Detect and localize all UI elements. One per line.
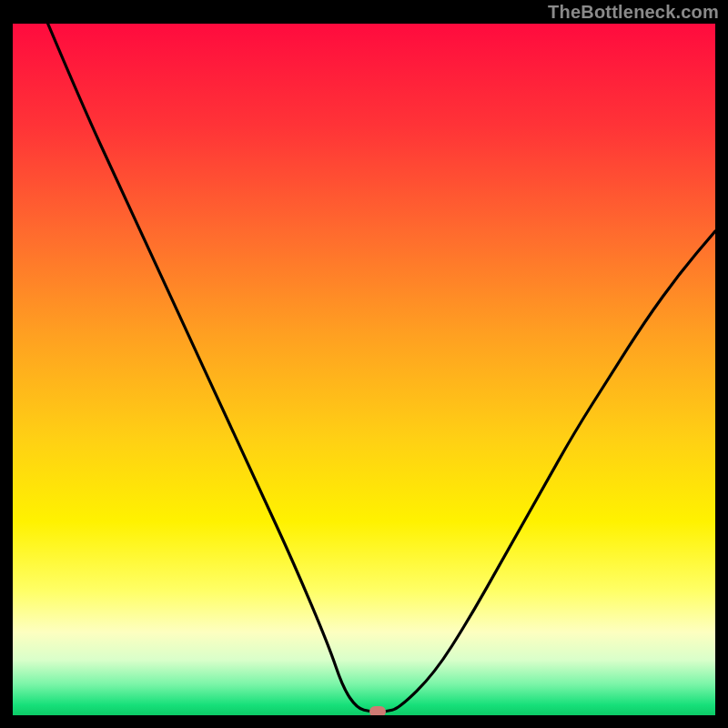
plot-area [13, 24, 715, 715]
watermark-text: TheBottleneck.com [548, 2, 719, 23]
bottleneck-curve [13, 24, 715, 715]
optimal-point-marker [369, 706, 386, 715]
chart-frame: TheBottleneck.com [0, 0, 728, 728]
